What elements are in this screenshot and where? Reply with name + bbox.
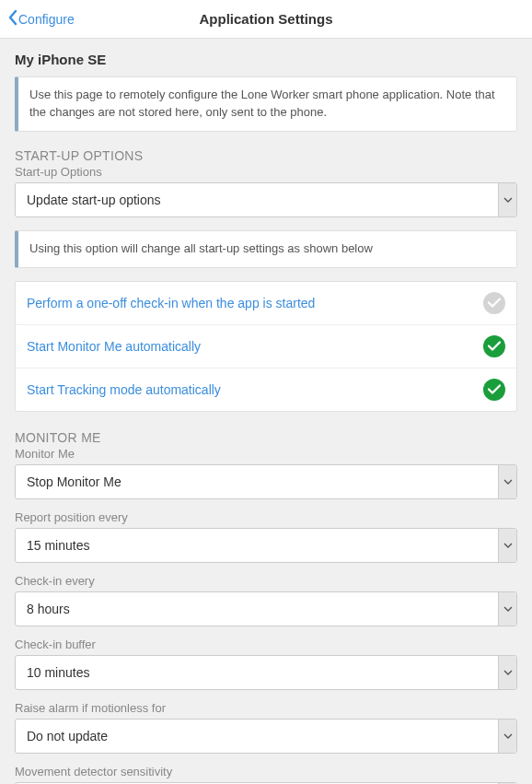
startup-note-box: Using this option will change all start-… bbox=[15, 230, 517, 268]
topbar: Configure Application Settings bbox=[0, 0, 532, 39]
startup-item-checkin[interactable]: Perform a one-off check-in when the app … bbox=[16, 282, 516, 325]
device-name: My iPhone SE bbox=[15, 39, 517, 76]
monitor-me-select-wrap: 10 minutes bbox=[15, 655, 517, 690]
startup-item-label: Start Monitor Me automatically bbox=[27, 339, 201, 354]
monitor-me-field-label: Movement detector sensitivity bbox=[15, 765, 517, 778]
chevron-left-icon bbox=[7, 9, 18, 29]
monitor-me-field-label: Monitor Me bbox=[15, 447, 517, 461]
startup-select-wrap: Update start-up options bbox=[15, 182, 517, 217]
startup-item-tracking[interactable]: Start Tracking mode automatically bbox=[16, 369, 516, 411]
monitor-me-select-wrap: 15 minutes bbox=[15, 528, 517, 563]
startup-label: Start-up Options bbox=[15, 165, 517, 179]
check-icon bbox=[483, 379, 505, 401]
monitor-me-select[interactable]: Do not update bbox=[15, 719, 517, 754]
startup-list: Perform a one-off check-in when the app … bbox=[15, 281, 517, 412]
check-icon bbox=[483, 292, 505, 314]
monitor-me-select-wrap: Do not update bbox=[15, 719, 517, 754]
startup-select[interactable]: Update start-up options bbox=[15, 182, 517, 217]
startup-item-label: Start Tracking mode automatically bbox=[27, 382, 221, 397]
monitor-me-select[interactable]: 8 hours bbox=[15, 591, 517, 626]
startup-heading: START-UP OPTIONS bbox=[15, 148, 517, 163]
startup-item-label: Perform a one-off check-in when the app … bbox=[27, 296, 315, 310]
monitor-me-select[interactable]: 10 minutes bbox=[15, 655, 517, 690]
monitor-me-field-label: Raise alarm if motionless for bbox=[15, 701, 517, 715]
back-label: Configure bbox=[18, 12, 75, 27]
monitor-me-field-label: Check-in buffer bbox=[15, 638, 517, 651]
content: My iPhone SE Use this page to remotely c… bbox=[0, 39, 532, 784]
startup-item-monitor-me[interactable]: Start Monitor Me automatically bbox=[16, 325, 516, 369]
monitor-me-select[interactable]: 15 minutes bbox=[15, 528, 517, 563]
monitor-me-select-wrap: 8 hours bbox=[15, 591, 517, 626]
page-title: Application Settings bbox=[0, 11, 532, 27]
monitor-me-field-label: Check-in every bbox=[15, 574, 517, 588]
monitor-me-heading: MONITOR ME bbox=[15, 430, 517, 445]
monitor-me-select-wrap: Stop Monitor Me bbox=[15, 464, 517, 499]
check-icon bbox=[483, 335, 505, 357]
monitor-me-field-label: Report position every bbox=[15, 510, 517, 524]
back-button[interactable]: Configure bbox=[0, 9, 75, 29]
intro-info-box: Use this page to remotely configure the … bbox=[15, 76, 517, 132]
monitor-me-select[interactable]: Stop Monitor Me bbox=[15, 464, 517, 499]
